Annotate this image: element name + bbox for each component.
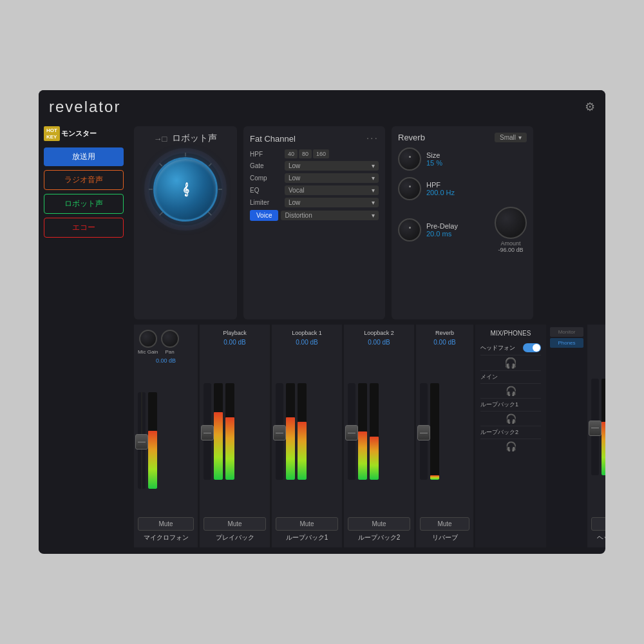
- loopback1-meter: [286, 383, 295, 480]
- mixer-area: Mic Gain Pan 0.00 dB: [134, 325, 605, 547]
- loopback2-fader-track: [348, 383, 355, 480]
- playback-fader-handle[interactable]: [201, 425, 214, 440]
- fat-limiter-select[interactable]: Low▾: [285, 198, 379, 207]
- monitor-phones-buttons: Monitor Phones: [547, 325, 586, 547]
- fat-eq-select[interactable]: Vocal▾: [285, 185, 379, 195]
- svg-line-5: [209, 164, 211, 166]
- headphone-active-icon: 🎧: [504, 357, 517, 368]
- knob-container: 𝄞: [147, 151, 224, 228]
- loopback1-fader-track: [276, 383, 283, 480]
- fat-channel: Fat Channel ··· HPF 40 80 160: [243, 126, 385, 319]
- reverb-meter: [430, 383, 439, 480]
- mix-phones-title: MIX/PHONES: [480, 330, 541, 337]
- loopback1-mute-button[interactable]: Mute: [276, 517, 338, 531]
- loopback1-fader-area: [276, 348, 338, 515]
- playback-meter2: [225, 383, 234, 480]
- mic-fader-area: [138, 366, 194, 515]
- mic-channel: Mic Gain Pan 0.00 dB: [134, 325, 198, 547]
- reverb-fader-track: [420, 383, 428, 480]
- phones-main-row: メイン: [480, 371, 541, 384]
- headphone-fader-handle[interactable]: [589, 421, 601, 436]
- voice-button[interactable]: Voice: [250, 210, 278, 221]
- playback-meter: [214, 383, 223, 480]
- loopback2-fader-handle[interactable]: [345, 425, 358, 440]
- reverb-hpf-knob[interactable]: [398, 177, 421, 200]
- mic-arrow-icon: →□: [154, 134, 167, 144]
- preset-button-radio[interactable]: ラジオ音声: [44, 170, 124, 190]
- reverb-size-knob[interactable]: [398, 147, 421, 171]
- reverb-row-hpf: HPF 200.0 Hz: [398, 177, 527, 200]
- reverb-preset-select[interactable]: Small ▾: [495, 133, 527, 142]
- mic-fader-track: [138, 392, 146, 489]
- preset-button-robot[interactable]: ロボット声: [44, 194, 124, 214]
- mic-knobs-row: Mic Gain Pan: [138, 330, 194, 355]
- reverb-fader-area: [420, 348, 469, 515]
- pan-knob[interactable]: [161, 330, 179, 348]
- main-headphone-icon: 🎧: [506, 386, 516, 396]
- fat-label-hpf: HPF: [250, 151, 282, 158]
- playback-fader-track: [204, 383, 211, 480]
- main-content: HOT KEY モンスター 放送用 ラジオ音声 ロボット声 エコー →□ ロボッ…: [39, 121, 605, 553]
- gear-icon[interactable]: ⚙: [585, 100, 595, 114]
- header: revelator ⚙: [39, 90, 605, 121]
- mic-meter: [148, 392, 157, 489]
- reverb-row-size: Size 15 %: [398, 147, 527, 171]
- phones-button[interactable]: Phones: [550, 338, 583, 348]
- fat-row-eq: EQ Vocal▾: [250, 185, 379, 195]
- playback-channel: Playback 0.00 dB: [200, 325, 270, 547]
- phones-headphone-row: ヘッドフォン: [480, 341, 541, 355]
- mic-pan-db: 0.00 dB: [156, 357, 176, 364]
- preset-button-echo[interactable]: エコー: [44, 218, 124, 238]
- reverb-row-predelay: Pre-Delay 20.0 ms Amount -96.00 dB: [398, 207, 527, 253]
- fat-distortion-select[interactable]: Distortion▾: [281, 211, 379, 220]
- loopback1-channel: Loopback 1 0.00 dB: [272, 325, 343, 547]
- knob-dot: [409, 156, 411, 158]
- mic-gain-knob[interactable]: [139, 330, 157, 348]
- reverb-mute-button[interactable]: Mute: [420, 517, 469, 531]
- preset-button-housou[interactable]: 放送用: [44, 147, 124, 166]
- mic-fader-handle[interactable]: [135, 434, 148, 450]
- fat-comp-select[interactable]: Low▾: [285, 173, 379, 183]
- mic-channel-label: マイクロフォン: [144, 533, 189, 542]
- sidebar: HOT KEY モンスター 放送用 ラジオ音声 ロボット声 エコー: [39, 121, 129, 553]
- reverb-title: Reverb Small ▾: [398, 133, 527, 142]
- hpf-80-button[interactable]: 80: [299, 149, 312, 158]
- fat-row-comp: Comp Low▾: [250, 173, 379, 183]
- reverb-predelay-knob[interactable]: [398, 218, 421, 242]
- loopback2-channel: Loopback 2 0.00 dB: [344, 325, 415, 547]
- mic-meter-bar: [148, 431, 157, 489]
- headphone-mute-button[interactable]: Mute: [591, 517, 605, 531]
- playback-mute-button[interactable]: Mute: [204, 517, 266, 531]
- voice-label: →□ ロボット声: [154, 133, 218, 144]
- mix-phones-panel: MIX/PHONES ヘッドフォン 🎧 メイン: [475, 325, 546, 547]
- reverb-amount-knob[interactable]: [495, 207, 527, 239]
- loopback1-fader-handle[interactable]: [273, 425, 286, 440]
- hpf-40-button[interactable]: 40: [285, 149, 298, 158]
- main-knob[interactable]: 𝄞: [153, 157, 218, 222]
- loopback2-headphone-icon: 🎧: [506, 441, 516, 451]
- headphone-fader-area: [591, 339, 605, 515]
- mic-mute-button[interactable]: Mute: [138, 517, 194, 531]
- knob-area: →□ ロボット声: [134, 126, 237, 319]
- monitor-button[interactable]: Monitor: [550, 327, 583, 337]
- hotkey-selected: モンスター: [61, 129, 97, 138]
- reverb-size-info: Size 15 %: [426, 151, 527, 167]
- hotkey-badge: HOT KEY モンスター: [44, 126, 124, 141]
- reverb-fader-handle[interactable]: [417, 425, 430, 440]
- fat-channel-title: Fat Channel ···: [250, 133, 379, 144]
- loopback2-meter2: [370, 383, 379, 480]
- headphone-toggle[interactable]: [523, 343, 541, 352]
- svg-line-3: [160, 164, 162, 166]
- phones-loopback2-row: ループバック2: [480, 426, 541, 439]
- loopback1-headphone-icon: 🎧: [506, 413, 516, 424]
- headphone-fader-track: [591, 379, 599, 475]
- fat-row-gate: Gate Low▾: [250, 161, 379, 171]
- reverb-section: Reverb Small ▾ Size 15 %: [392, 126, 533, 319]
- fat-gate-select[interactable]: Low▾: [285, 161, 379, 171]
- hpf-160-button[interactable]: 160: [313, 149, 329, 158]
- loopback2-meter: [358, 383, 367, 480]
- fat-row-hpf: HPF 40 80 160: [250, 149, 379, 158]
- content-area: →□ ロボット声: [129, 121, 605, 553]
- loopback2-mute-button[interactable]: Mute: [348, 517, 410, 531]
- hotkey-tag: HOT KEY: [44, 126, 60, 141]
